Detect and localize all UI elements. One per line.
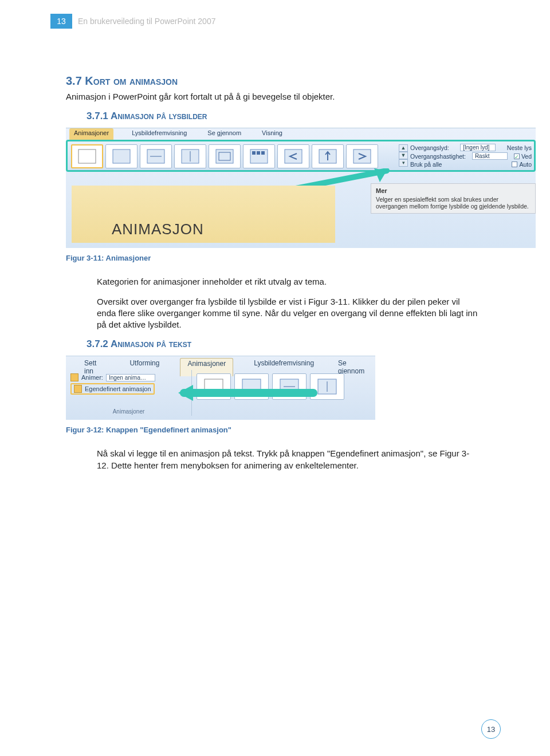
transition-thumb[interactable]	[277, 144, 309, 168]
svg-rect-1	[113, 149, 130, 163]
svg-rect-9	[252, 151, 256, 155]
intro-paragraph: Animasjon i PowerPoint går kort fortalt …	[66, 91, 484, 103]
animasjoner-panel: Animer: Ingen anima… Egendefinert animas…	[66, 370, 192, 416]
tab-lysbildefremvisning[interactable]: Lysbildefremvisning	[129, 128, 189, 140]
tooltip-heading: Mer	[376, 187, 531, 194]
label-auto: Auto	[519, 161, 532, 168]
paragraph-oversikt: Oversikt over overganger fra lysbilde ti…	[97, 296, 480, 331]
figure-3-12: Sett inn Utforming Animasjoner Lysbildef…	[66, 356, 375, 420]
transition-thumb[interactable]	[105, 144, 138, 168]
gallery-scroll[interactable]: ▲ ▼ ▾	[399, 144, 408, 167]
svg-rect-11	[261, 151, 265, 155]
svg-rect-10	[257, 151, 260, 155]
scroll-more-icon[interactable]: ▾	[399, 159, 408, 167]
transition-thumb[interactable]	[174, 144, 206, 168]
checkbox-auto[interactable]	[512, 162, 517, 167]
label-ved: Ved	[521, 153, 532, 160]
label-egendefinert: Egendefinert animasjon	[85, 385, 151, 392]
transition-thumb[interactable]	[140, 144, 172, 168]
dropdown-animer[interactable]: Ingen anima…	[106, 374, 155, 381]
slide-title: ANIMASJON	[112, 220, 204, 238]
svg-rect-15	[353, 149, 371, 163]
figure-caption-3-12: Figur 3-12: Knappen "Egendefinert animas…	[66, 426, 484, 434]
tab-visning[interactable]: Visning	[260, 128, 285, 140]
doc-header: 13 En brukerveileding til PowerPoint 200…	[50, 14, 215, 29]
slide-preview: ANIMASJON	[72, 186, 335, 243]
transition-options: Overgangslyd: [Ingen lyd] Neste lys Over…	[410, 144, 532, 169]
annotation-arrow-icon	[176, 383, 319, 405]
figure-3-11: Animasjoner Lysbildefremvisning Se gjenn…	[66, 128, 536, 248]
animer-icon	[70, 373, 78, 381]
dropdown-overgangshastighet[interactable]: Raskt	[472, 152, 508, 160]
subsection-heading-3-7-1: 3.7.1 Animasjon på lysbilder	[87, 111, 484, 122]
scroll-up-icon[interactable]: ▲	[399, 144, 408, 152]
transition-thumb[interactable]	[346, 144, 378, 168]
tooltip-body: Velger en spesialeffekt som skal brukes …	[376, 196, 531, 210]
label-animer: Animer:	[81, 374, 103, 381]
paragraph-kategorien: Kategorien for animasjoner inneholder et…	[97, 276, 480, 288]
label-neste-lysbilde: Neste lys	[507, 144, 532, 151]
button-bruk-pa-alle[interactable]: Bruk på alle	[410, 161, 442, 168]
subsection-heading-3-7-2: 3.7.2 Animasjon på tekst	[87, 338, 484, 350]
page-number-bottom: 13	[481, 719, 501, 739]
button-egendefinert-animasjon[interactable]: Egendefinert animasjon	[70, 383, 155, 395]
svg-rect-12	[285, 149, 302, 163]
svg-marker-25	[178, 385, 193, 401]
checkbox-ved[interactable]	[514, 153, 520, 159]
doc-title: En brukerveileding til PowerPoint 2007	[72, 14, 215, 29]
transition-ribbon: ▲ ▼ ▾ Overgangslyd: [Ingen lyd] Neste ly…	[66, 140, 536, 172]
section-heading-3-7: 3.7 Kort om animasjon	[66, 74, 484, 88]
transition-thumb[interactable]	[209, 144, 241, 168]
dropdown-overgangslyd[interactable]: [Ingen lyd]	[460, 144, 496, 151]
tab-se-gjennom[interactable]: Se gjennom	[205, 128, 243, 140]
transition-thumb[interactable]	[312, 144, 344, 168]
tooltip-mer: Mer Velger en spesialeffekt som skal bru…	[371, 183, 536, 214]
transition-thumb[interactable]	[243, 144, 275, 168]
paragraph-na-skal: Nå skal vi legge til en animasjon på tek…	[97, 448, 480, 471]
page-number-top: 13	[50, 14, 72, 29]
group-label-animasjoner: Animasjoner	[66, 408, 191, 415]
label-overgangslyd: Overgangslyd:	[410, 144, 449, 151]
svg-rect-0	[78, 149, 96, 163]
ribbon-tabs: Animasjoner Lysbildefremvisning Se gjenn…	[66, 128, 285, 140]
egendefinert-icon	[74, 385, 82, 393]
tab-animasjoner[interactable]: Animasjoner	[69, 128, 113, 140]
figure-caption-3-11: Figur 3-11: Animasjoner	[66, 254, 484, 262]
scroll-down-icon[interactable]: ▼	[399, 152, 408, 159]
transition-gallery[interactable]	[71, 144, 378, 168]
transition-thumb[interactable]	[71, 144, 103, 168]
label-overgangshastighet: Overgangshastighet:	[410, 153, 466, 160]
